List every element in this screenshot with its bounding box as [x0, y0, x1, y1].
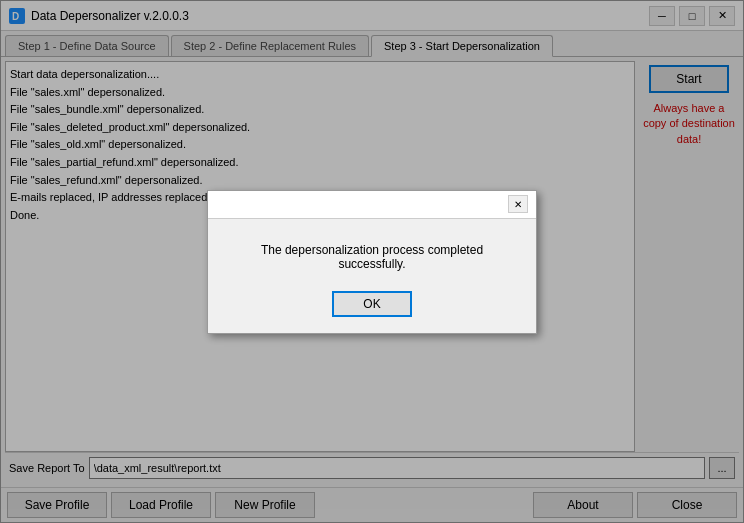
dialog: ✕ The depersonalization process complete…	[207, 190, 537, 334]
dialog-ok-button[interactable]: OK	[332, 291, 412, 317]
dialog-close-button[interactable]: ✕	[508, 195, 528, 213]
dialog-overlay: ✕ The depersonalization process complete…	[0, 0, 744, 523]
dialog-title-bar: ✕	[208, 191, 536, 219]
dialog-body: The depersonalization process completed …	[208, 219, 536, 333]
dialog-message: The depersonalization process completed …	[228, 243, 516, 271]
